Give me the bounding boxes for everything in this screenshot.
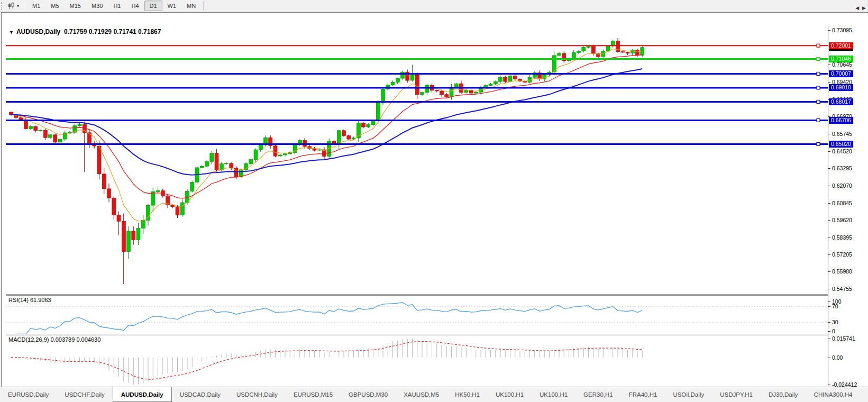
timeframe-button-h1[interactable]: H1: [108, 1, 126, 11]
rsi-tick-label: 70: [832, 303, 838, 309]
macd-signal-line: [11, 342, 642, 380]
macd-tick: [828, 385, 830, 385]
chart-window: ▼AUDUSD,Daily 0.71759 0.71929 0.71741 0.…: [1, 12, 868, 388]
rsi-tick: [828, 306, 830, 307]
hline-handle[interactable]: [817, 44, 820, 47]
price-tick: [828, 271, 830, 272]
hline-0.72001[interactable]: [6, 44, 828, 47]
price-tick-label: 0.65745: [832, 131, 852, 137]
hline-handle[interactable]: [817, 86, 820, 89]
timeframe-button-mn[interactable]: MN: [181, 1, 201, 11]
price-tick-label: 0.60845: [832, 200, 852, 206]
price-tick: [828, 134, 830, 134]
chart-tab-china300-h4[interactable]: CHINA300,H4: [806, 387, 861, 402]
price-badge-0.68017: 0.68017: [829, 98, 853, 105]
price-badge-0.66706: 0.66706: [829, 117, 853, 124]
rsi-tick-label: 30: [832, 319, 838, 325]
timeframe-button-m15[interactable]: M15: [65, 1, 86, 11]
hline-handle[interactable]: [817, 118, 820, 122]
price-tick: [828, 220, 830, 221]
candlesticks: [10, 38, 644, 284]
price-tick-label: 0.73095: [832, 27, 852, 33]
timeframe-toolbar: ▾ M1M5M15M30H1H4D1W1MN: [0, 0, 868, 12]
rsi-tick-label: 0: [832, 328, 835, 334]
tabs-scroll-left-icon[interactable]: ◀: [855, 5, 859, 11]
toolbar-grip-handle[interactable]: [1, 2, 5, 10]
rsi-label: RSI(14) 61.9063: [8, 297, 51, 303]
hline-handle[interactable]: [817, 142, 820, 145]
chart-tab-usdjpy-h1[interactable]: USDJPY,H1: [712, 387, 761, 402]
macd-pane[interactable]: [6, 335, 828, 387]
rsi-line: [16, 303, 642, 334]
timeframe-button-m5[interactable]: M5: [45, 1, 64, 11]
chart-tab-hk50-h1[interactable]: HK50,H1: [447, 387, 488, 402]
main-chart-pane[interactable]: [6, 26, 828, 294]
price-badge-0.72001: 0.72001: [829, 42, 853, 49]
hline-0.71046[interactable]: [6, 58, 828, 61]
rsi-tick: [828, 322, 830, 323]
chart-tab-usdcnh-daily[interactable]: USDCNH,Daily: [229, 387, 286, 402]
price-tick-label: 0.55980: [832, 268, 852, 275]
chart-tab-ger30-h1[interactable]: GER30,H1: [575, 387, 621, 402]
macd-tick-label: -0.024412: [832, 381, 857, 388]
hline-handle[interactable]: [817, 100, 820, 103]
chart-tab-dj30-daily[interactable]: DJ30,Daily: [761, 387, 806, 402]
timeframe-button-h4[interactable]: H4: [126, 1, 144, 11]
mt4-application-window: ▾ M1M5M15M30H1H4D1W1MN ▼AUDUSD,Daily 0.7…: [0, 0, 868, 402]
rsi-tick: [828, 302, 830, 302]
price-tick: [828, 186, 830, 186]
price-tick: [828, 30, 830, 31]
chart-ohlc-quotes: 0.71759 0.71929 0.71741 0.71867: [64, 28, 161, 35]
price-tick-label: 0.54755: [832, 286, 852, 292]
chart-type-button[interactable]: ▾: [6, 2, 21, 10]
price-tick: [828, 254, 830, 255]
timeframe-button-m1[interactable]: M1: [27, 1, 45, 11]
chart-plot-area[interactable]: ▼AUDUSD,Daily 0.71759 0.71929 0.71741 0.…: [6, 26, 828, 398]
timeframe-button-m30[interactable]: M30: [86, 1, 108, 11]
chart-tab-usdcad-daily[interactable]: USDCAD,Daily: [172, 387, 229, 402]
macd-label: MACD(12,26,9) 0.003789 0.004630: [8, 336, 100, 343]
price-tick-label: 0.59620: [832, 217, 852, 223]
timeframe-button-w1[interactable]: W1: [162, 1, 182, 11]
tab-scroll-arrows: ◀ ▶: [855, 0, 866, 15]
chart-tab-usoil-d[interactable]: USOil,D: [860, 387, 868, 402]
chart-tab-eurusd-daily[interactable]: EURUSD,Daily: [0, 387, 57, 402]
price-tick-label: 0.64520: [832, 148, 852, 154]
chart-tab-audusd-daily[interactable]: AUDUSD,Daily: [113, 387, 172, 402]
hline-0.65020[interactable]: [6, 142, 828, 145]
chart-tab-usoil-daily[interactable]: USOil,Daily: [665, 387, 712, 402]
price-tick: [828, 82, 830, 83]
toolbar-separator: [203, 1, 204, 11]
chart-tab-gbpusd-m30[interactable]: GBPUSD,M30: [341, 387, 396, 402]
price-badge-0.65020: 0.65020: [829, 141, 853, 148]
chart-tab-usdchf-daily[interactable]: USDCHF,Daily: [57, 387, 112, 402]
hline-0.66706[interactable]: [6, 118, 828, 122]
ma-slow: [11, 69, 642, 175]
candlestick-chart-icon: [8, 2, 16, 10]
price-tick: [828, 168, 830, 169]
tabs-scroll-right-icon[interactable]: ▶: [862, 5, 866, 11]
macd-tick: [828, 358, 830, 358]
chart-tab-eurusd-m15[interactable]: EURUSD,M15: [286, 387, 341, 402]
price-tick-label: 0.57205: [832, 251, 852, 258]
price-tick: [828, 203, 830, 204]
hline-handle[interactable]: [817, 72, 820, 75]
chart-tab-uk100-h1[interactable]: UK100,H1: [532, 387, 575, 402]
chevron-down-icon: ▾: [17, 4, 19, 8]
hline-0.68017[interactable]: [6, 100, 828, 103]
price-axis[interactable]: 0.730950.706450.694200.681950.669700.657…: [828, 26, 868, 398]
timeframe-button-d1[interactable]: D1: [144, 1, 162, 11]
chart-tab-xauusd-m5[interactable]: XAUUSD,M5: [396, 387, 447, 402]
price-tick-label: 0.58395: [832, 234, 852, 241]
price-tick: [828, 237, 830, 238]
price-tick-label: 0.62070: [832, 182, 852, 189]
chart-dropdown-icon[interactable]: ▼: [9, 30, 14, 35]
chart-tab-fra40-h1[interactable]: FRA40,H1: [621, 387, 665, 402]
price-badge-0.70007: 0.70007: [829, 70, 853, 77]
rsi-pane[interactable]: [6, 296, 828, 334]
price-tick: [828, 151, 830, 152]
chart-tab-uk100-h1[interactable]: UK100,H1: [488, 387, 532, 402]
hline-handle[interactable]: [817, 58, 820, 61]
price-badge-0.71046: 0.71046: [829, 56, 853, 62]
price-tick-label: 0.63295: [832, 165, 852, 171]
